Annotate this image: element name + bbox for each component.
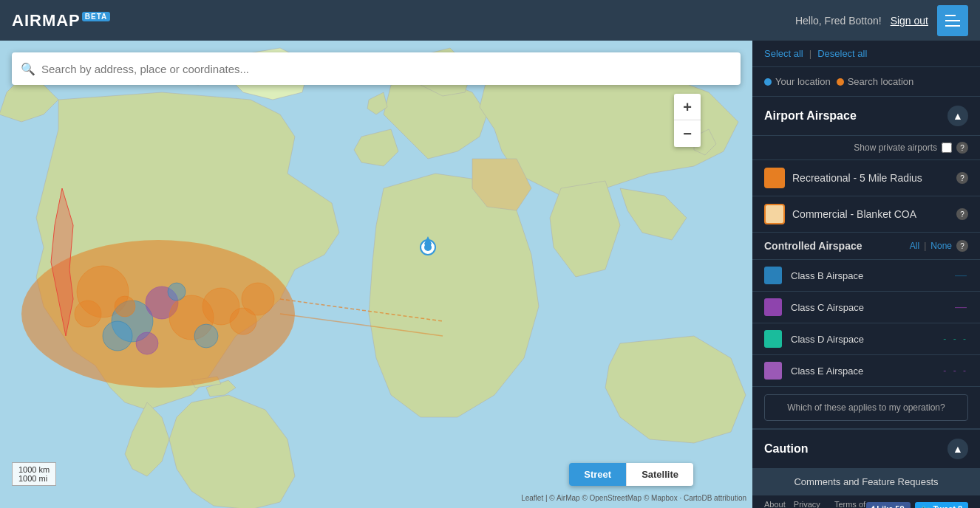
logo: AIRMAPBETA [12,11,110,30]
commercial-color-box [764,204,785,224]
privacy-policy-link[interactable]: Privacy Policy [794,500,827,508]
tw-icon: 🐦 [921,504,931,509]
sign-out-button[interactable]: Sign out [891,15,928,27]
map-area[interactable]: 🔍 + − [0,41,752,508]
class-b-color [764,267,782,284]
tw-label: Tweet [933,504,956,508]
caution-section: Caution ▲ [752,428,980,469]
search-location-button[interactable]: Search location [837,73,914,90]
scale-bar: 1000 km 1000 mi [12,462,56,486]
menu-icon [945,15,960,27]
svg-point-11 [103,321,132,351]
comments-button[interactable]: Comments and Feature Requests [752,469,980,495]
class-d-row: Class D Airspace - - - [752,323,980,355]
svg-point-15 [168,283,186,301]
controlled-airspace-header: Controlled Airspace All | None ? [752,233,980,260]
fb-label: Like [877,504,893,508]
all-none-pipe: | [924,241,926,251]
facebook-button[interactable]: f Like 59 [866,502,911,508]
class-e-row: Class E Airspace - - - [752,355,980,387]
zoom-controls: + − [674,94,701,147]
class-c-line-style: — [955,301,968,314]
commercial-label: Commercial - Blanket COA [792,208,949,220]
separator: | [809,48,811,59]
search-input[interactable] [41,63,732,75]
class-c-row: Class C Airspace — [752,292,980,323]
svg-point-13 [75,301,101,327]
private-airports-help-icon[interactable]: ? [956,142,968,154]
class-b-label: Class B Airspace [791,270,946,281]
zoom-out-button[interactable]: − [674,120,701,147]
header-right: Hello, Fred Botton! Sign out [795,5,968,36]
fb-count: 59 [895,504,904,508]
recreational-help-icon[interactable]: ? [956,172,968,184]
twitter-button[interactable]: 🐦 Tweet 8 [915,502,968,509]
commercial-help-icon[interactable]: ? [956,208,968,220]
caution-title: Caution [764,442,809,456]
controlled-airspace-title: Controlled Airspace [764,240,862,252]
class-b-line-style: — [955,269,968,282]
main-content: 🔍 + − [0,41,980,508]
terms-of-use-link[interactable]: Terms of Use [834,500,866,508]
airport-airspace-header: Airport Airspace ▲ [752,97,980,136]
airport-airspace-collapse-button[interactable]: ▲ [947,106,968,126]
fb-icon: f [872,504,875,508]
zoom-in-button[interactable]: + [674,94,701,120]
map-type-buttons: Street Satellite [569,463,693,486]
tw-count: 8 [958,504,962,508]
map-svg [0,41,752,508]
about-us-link[interactable]: About Us [764,500,786,508]
scale-mi: 1000 mi [18,474,50,483]
satellite-view-button[interactable]: Satellite [627,463,693,486]
private-airports-checkbox[interactable] [942,143,952,153]
class-e-color [764,362,782,380]
all-link[interactable]: All [910,241,919,251]
map-background[interactable] [0,41,752,508]
svg-point-19 [242,283,274,315]
none-link[interactable]: None [930,241,952,251]
your-location-label: Your location [775,76,831,87]
select-all-link[interactable]: Select all [764,48,803,59]
search-bar: 🔍 [12,52,741,85]
class-d-line-style: - - - [943,334,968,344]
private-airports-row: Show private airports ? [752,136,980,160]
airport-airspace-title: Airport Airspace [764,109,857,123]
operation-question-button[interactable]: Which of these applies to my operation? [764,394,968,421]
greeting-text: Hello, Fred Botton! [795,15,882,27]
menu-button[interactable] [937,5,968,36]
svg-point-16 [115,296,135,317]
class-c-label: Class C Airspace [791,302,946,313]
your-location-button[interactable]: Your location [764,73,831,90]
sidebar: Select all | Deselect all Your location … [752,41,980,508]
social-buttons: f Like 59 🐦 Tweet 8 [866,502,968,509]
select-deselect-bar: Select all | Deselect all [752,41,980,67]
logo-text: AIRMAP [12,11,81,30]
class-e-line-style: - - - [943,365,968,376]
caution-header: Caution ▲ [752,430,980,469]
commercial-airspace-row: Commercial - Blanket COA ? [752,196,980,233]
all-none-links: All | None ? [910,240,968,252]
deselect-all-link[interactable]: Deselect all [817,48,867,59]
svg-point-18 [194,324,218,348]
recreational-airspace-row: Recreational - 5 Mile Radius ? [752,160,980,196]
caution-collapse-button[interactable]: ▲ [947,439,968,459]
class-b-row: Class B Airspace — [752,260,980,292]
header: AIRMAPBETA Hello, Fred Botton! Sign out [0,0,980,41]
search-location-dot [837,78,844,86]
private-airports-label: Show private airports [854,143,937,153]
map-attribution: Leaflet | © AirMap © OpenStreetMap © Map… [521,494,746,502]
your-location-dot [764,78,772,86]
street-view-button[interactable]: Street [569,463,627,486]
search-location-label: Search location [848,76,914,87]
class-e-label: Class E Airspace [791,365,934,377]
svg-point-14 [136,332,158,354]
footer: About Us Privacy Policy Terms of Use f L… [752,495,980,508]
recreational-color-box [764,168,785,188]
class-c-color [764,298,782,316]
controlled-help-icon[interactable]: ? [956,240,968,252]
search-icon: 🔍 [21,62,35,76]
scale-km: 1000 km [18,465,50,474]
beta-badge: BETA [82,12,110,21]
class-d-label: Class D Airspace [791,334,934,345]
location-row: Your location Search location [752,67,980,97]
